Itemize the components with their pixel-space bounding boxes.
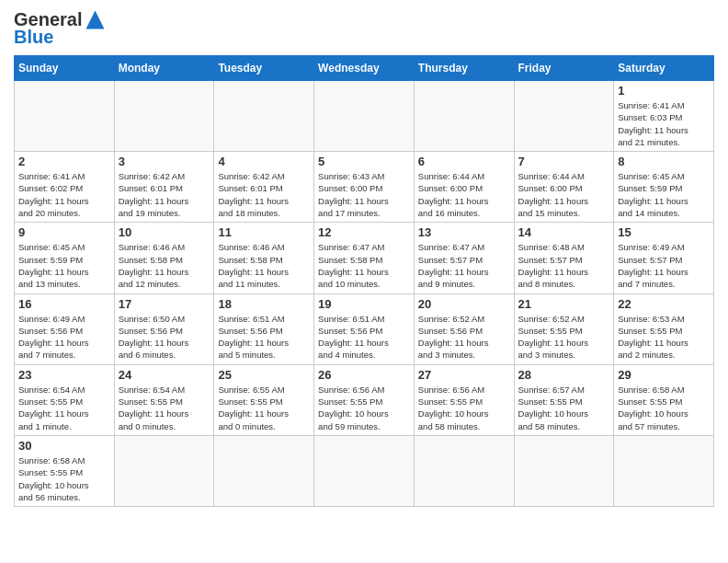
day-number: 19 (318, 297, 410, 311)
logo-blue: Blue (14, 27, 53, 48)
header: General Blue (14, 9, 714, 48)
day-info: Sunrise: 6:44 AM Sunset: 6:00 PM Dayligh… (418, 170, 510, 219)
calendar-cell: 19Sunrise: 6:51 AM Sunset: 5:56 PM Dayli… (314, 293, 415, 364)
day-info: Sunrise: 6:56 AM Sunset: 5:55 PM Dayligh… (418, 384, 510, 432)
calendar-cell: 27Sunrise: 6:56 AM Sunset: 5:55 PM Dayli… (414, 364, 514, 435)
day-info: Sunrise: 6:46 AM Sunset: 5:58 PM Dayligh… (218, 241, 310, 290)
day-number: 20 (418, 297, 510, 311)
calendar-cell: 11Sunrise: 6:46 AM Sunset: 5:58 PM Dayli… (214, 223, 314, 293)
day-info: Sunrise: 6:47 AM Sunset: 5:57 PM Dayligh… (418, 241, 510, 290)
day-number: 17 (119, 297, 210, 311)
calendar-cell: 1Sunrise: 6:41 AM Sunset: 6:03 PM Daylig… (614, 81, 714, 152)
calendar-cell: 10Sunrise: 6:46 AM Sunset: 5:58 PM Dayli… (114, 223, 214, 293)
calendar-cell (214, 81, 314, 152)
calendar-cell (214, 435, 314, 506)
calendar-cell: 4Sunrise: 6:42 AM Sunset: 6:01 PM Daylig… (214, 152, 314, 223)
day-info: Sunrise: 6:42 AM Sunset: 6:01 PM Dayligh… (119, 170, 210, 219)
calendar-week-1: 1Sunrise: 6:41 AM Sunset: 6:03 PM Daylig… (15, 81, 714, 152)
weekday-tuesday: Tuesday (214, 56, 314, 81)
calendar-cell (414, 435, 514, 506)
day-number: 8 (618, 155, 710, 168)
day-number: 12 (318, 225, 410, 239)
day-number: 7 (518, 155, 610, 168)
day-number: 10 (119, 225, 210, 239)
day-info: Sunrise: 6:54 AM Sunset: 5:55 PM Dayligh… (119, 384, 210, 432)
calendar-cell: 22Sunrise: 6:53 AM Sunset: 5:55 PM Dayli… (614, 293, 714, 364)
calendar-cell: 7Sunrise: 6:44 AM Sunset: 6:00 PM Daylig… (514, 152, 614, 223)
calendar-cell (314, 81, 415, 152)
weekday-saturday: Saturday (614, 56, 714, 81)
calendar-cell: 8Sunrise: 6:45 AM Sunset: 5:59 PM Daylig… (614, 152, 714, 223)
day-number: 11 (218, 225, 310, 239)
day-number: 28 (518, 368, 610, 382)
calendar-cell: 25Sunrise: 6:55 AM Sunset: 5:55 PM Dayli… (214, 364, 314, 435)
calendar-cell: 30Sunrise: 6:58 AM Sunset: 5:55 PM Dayli… (15, 435, 115, 506)
day-info: Sunrise: 6:52 AM Sunset: 5:56 PM Dayligh… (418, 313, 510, 362)
day-info: Sunrise: 6:54 AM Sunset: 5:55 PM Dayligh… (18, 384, 110, 432)
calendar-cell: 17Sunrise: 6:50 AM Sunset: 5:56 PM Dayli… (114, 293, 214, 364)
day-info: Sunrise: 6:47 AM Sunset: 5:58 PM Dayligh… (318, 241, 410, 290)
calendar-cell: 21Sunrise: 6:52 AM Sunset: 5:55 PM Dayli… (514, 293, 614, 364)
day-info: Sunrise: 6:56 AM Sunset: 5:55 PM Dayligh… (318, 384, 410, 432)
day-info: Sunrise: 6:50 AM Sunset: 5:56 PM Dayligh… (119, 313, 210, 362)
calendar-cell (114, 81, 214, 152)
calendar-body: 1Sunrise: 6:41 AM Sunset: 6:03 PM Daylig… (15, 81, 714, 507)
calendar-cell (414, 81, 514, 152)
calendar-cell: 29Sunrise: 6:58 AM Sunset: 5:55 PM Dayli… (614, 364, 714, 435)
day-info: Sunrise: 6:51 AM Sunset: 5:56 PM Dayligh… (218, 313, 310, 362)
day-number: 13 (418, 225, 510, 239)
day-info: Sunrise: 6:46 AM Sunset: 5:58 PM Dayligh… (119, 241, 210, 290)
calendar-cell: 16Sunrise: 6:49 AM Sunset: 5:56 PM Dayli… (15, 293, 115, 364)
calendar-table: SundayMondayTuesdayWednesdayThursdayFrid… (14, 55, 714, 507)
calendar-cell: 28Sunrise: 6:57 AM Sunset: 5:55 PM Dayli… (514, 364, 614, 435)
day-number: 9 (18, 225, 110, 239)
day-info: Sunrise: 6:43 AM Sunset: 6:00 PM Dayligh… (318, 170, 410, 219)
logo-triangle (85, 11, 104, 29)
day-number: 1 (618, 84, 710, 98)
calendar-cell: 15Sunrise: 6:49 AM Sunset: 5:57 PM Dayli… (614, 223, 714, 293)
weekday-wednesday: Wednesday (314, 56, 415, 81)
day-info: Sunrise: 6:58 AM Sunset: 5:55 PM Dayligh… (618, 384, 710, 432)
day-info: Sunrise: 6:45 AM Sunset: 5:59 PM Dayligh… (618, 170, 710, 219)
day-number: 18 (218, 297, 310, 311)
day-number: 16 (18, 297, 110, 311)
logo: General Blue (14, 9, 104, 48)
day-number: 14 (518, 225, 610, 239)
calendar-cell: 24Sunrise: 6:54 AM Sunset: 5:55 PM Dayli… (114, 364, 214, 435)
day-info: Sunrise: 6:48 AM Sunset: 5:57 PM Dayligh… (518, 241, 610, 290)
day-number: 21 (518, 297, 610, 311)
calendar-cell: 23Sunrise: 6:54 AM Sunset: 5:55 PM Dayli… (15, 364, 115, 435)
day-info: Sunrise: 6:41 AM Sunset: 6:03 PM Dayligh… (618, 99, 710, 148)
day-info: Sunrise: 6:49 AM Sunset: 5:57 PM Dayligh… (618, 241, 710, 290)
day-info: Sunrise: 6:51 AM Sunset: 5:56 PM Dayligh… (318, 313, 410, 362)
calendar-cell (114, 435, 214, 506)
calendar-cell: 14Sunrise: 6:48 AM Sunset: 5:57 PM Dayli… (514, 223, 614, 293)
day-number: 3 (119, 155, 210, 168)
day-number: 30 (18, 439, 110, 453)
calendar-cell: 3Sunrise: 6:42 AM Sunset: 6:01 PM Daylig… (114, 152, 214, 223)
day-info: Sunrise: 6:42 AM Sunset: 6:01 PM Dayligh… (218, 170, 310, 219)
calendar-header: SundayMondayTuesdayWednesdayThursdayFrid… (15, 56, 714, 81)
day-info: Sunrise: 6:55 AM Sunset: 5:55 PM Dayligh… (218, 384, 310, 432)
calendar-week-5: 23Sunrise: 6:54 AM Sunset: 5:55 PM Dayli… (15, 364, 714, 435)
day-number: 24 (119, 368, 210, 382)
weekday-thursday: Thursday (414, 56, 514, 81)
day-number: 25 (218, 368, 310, 382)
day-number: 15 (618, 225, 710, 239)
calendar-cell: 5Sunrise: 6:43 AM Sunset: 6:00 PM Daylig… (314, 152, 415, 223)
weekday-monday: Monday (114, 56, 214, 81)
day-number: 2 (18, 155, 110, 168)
day-number: 29 (618, 368, 710, 382)
day-info: Sunrise: 6:41 AM Sunset: 6:02 PM Dayligh… (18, 170, 110, 219)
day-info: Sunrise: 6:44 AM Sunset: 6:00 PM Dayligh… (518, 170, 610, 219)
calendar-cell: 6Sunrise: 6:44 AM Sunset: 6:00 PM Daylig… (414, 152, 514, 223)
calendar-cell (15, 81, 115, 152)
day-number: 5 (318, 155, 410, 168)
day-number: 4 (218, 155, 310, 168)
page-container: General Blue SundayMondayTuesdayWednesda… (0, 0, 728, 516)
day-number: 22 (618, 297, 710, 311)
day-info: Sunrise: 6:52 AM Sunset: 5:55 PM Dayligh… (518, 313, 610, 362)
calendar-cell: 26Sunrise: 6:56 AM Sunset: 5:55 PM Dayli… (314, 364, 415, 435)
calendar-cell (514, 435, 614, 506)
day-number: 6 (418, 155, 510, 168)
